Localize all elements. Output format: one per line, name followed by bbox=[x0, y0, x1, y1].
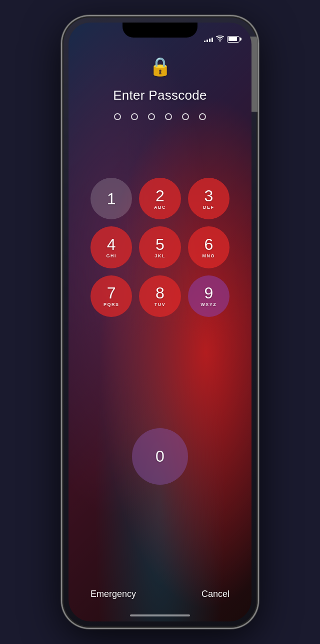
key-2-button[interactable]: 2 ABC bbox=[139, 178, 180, 219]
key-7-num: 7 bbox=[107, 285, 116, 301]
passcode-dot-4 bbox=[165, 113, 172, 120]
keypad-zero-row: 0 bbox=[68, 428, 252, 485]
key-3-button[interactable]: 3 DEF bbox=[188, 178, 230, 219]
battery-icon bbox=[227, 36, 240, 43]
battery-fill bbox=[228, 37, 237, 41]
key-0-num: 0 bbox=[156, 448, 164, 464]
key-8-letters: TUV bbox=[154, 302, 166, 307]
passcode-section: Enter Passcode bbox=[68, 88, 252, 120]
signal-bar-4 bbox=[212, 38, 213, 42]
lock-container: 🔒 bbox=[149, 58, 172, 76]
key-9-button[interactable]: 9 WXYZ bbox=[188, 275, 230, 317]
passcode-title: Enter Passcode bbox=[113, 88, 207, 103]
key-9-num: 9 bbox=[204, 285, 213, 301]
key-4-letters: GHI bbox=[106, 253, 116, 258]
cancel-button[interactable]: Cancel bbox=[202, 589, 230, 599]
key-8-button[interactable]: 8 TUV bbox=[139, 275, 180, 317]
key-7-button[interactable]: 7 PQRS bbox=[90, 275, 132, 317]
wifi-icon bbox=[216, 36, 224, 43]
home-indicator bbox=[130, 614, 190, 616]
key-0-button[interactable]: 0 bbox=[132, 428, 188, 485]
signal-bars-icon bbox=[204, 36, 213, 42]
status-icons bbox=[204, 36, 240, 43]
key-2-letters: ABC bbox=[154, 205, 166, 210]
phone-screen: 🔒 Enter Passcode 1 2 ABC bbox=[68, 23, 252, 621]
signal-bar-1 bbox=[204, 41, 206, 42]
signal-bar-3 bbox=[209, 39, 210, 42]
key-6-num: 6 bbox=[204, 236, 213, 252]
phone-frame: 🔒 Enter Passcode 1 2 ABC bbox=[62, 17, 258, 627]
bottom-actions: Emergency Cancel bbox=[68, 589, 252, 599]
key-8-num: 8 bbox=[156, 285, 164, 301]
signal-bar-2 bbox=[206, 40, 208, 42]
key-1-num: 1 bbox=[107, 191, 116, 207]
key-4-num: 4 bbox=[107, 236, 116, 252]
key-5-button[interactable]: 5 JKL bbox=[139, 226, 180, 268]
passcode-dot-3 bbox=[148, 113, 155, 120]
key-7-letters: PQRS bbox=[104, 302, 120, 307]
key-9-letters: WXYZ bbox=[200, 302, 216, 307]
key-5-num: 5 bbox=[156, 236, 164, 252]
key-3-num: 3 bbox=[204, 188, 213, 204]
passcode-dots bbox=[114, 113, 206, 120]
passcode-dot-2 bbox=[131, 113, 138, 120]
key-4-button[interactable]: 4 GHI bbox=[90, 226, 132, 268]
passcode-dot-1 bbox=[114, 113, 121, 120]
key-6-button[interactable]: 6 MNO bbox=[188, 226, 230, 268]
emergency-button[interactable]: Emergency bbox=[90, 589, 136, 599]
lock-icon: 🔒 bbox=[149, 58, 172, 76]
key-1-button[interactable]: 1 bbox=[90, 178, 132, 219]
passcode-dot-6 bbox=[199, 113, 206, 120]
key-5-letters: JKL bbox=[154, 253, 166, 258]
passcode-dot-5 bbox=[182, 113, 189, 120]
notch bbox=[122, 23, 198, 38]
keypad: 1 2 ABC 3 DEF 4 GHI 5 JKL 6 MNO bbox=[68, 178, 252, 317]
key-6-letters: MNO bbox=[202, 253, 216, 258]
key-3-letters: DEF bbox=[203, 205, 214, 210]
key-2-num: 2 bbox=[156, 188, 164, 204]
